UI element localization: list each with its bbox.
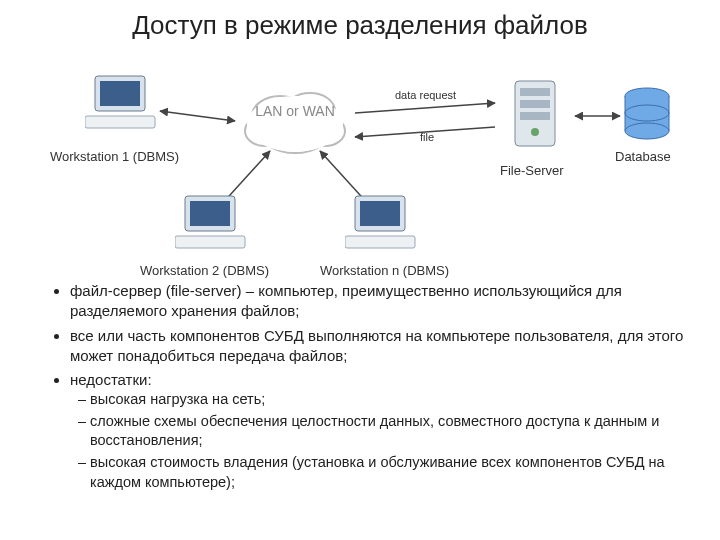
svg-rect-13 — [100, 81, 140, 106]
database-label: Database — [615, 149, 671, 164]
sub-bullet-item: высокая нагрузка на сеть; — [90, 390, 690, 410]
sub-bullet-item: сложные схемы обеспечения целостности да… — [90, 412, 690, 451]
workstation-icon — [175, 191, 255, 261]
bullet-label: недостатки: — [70, 371, 152, 388]
bullet-item: недостатки: высокая нагрузка на сеть; сл… — [70, 370, 690, 492]
cloud-label: LAN or WAN — [255, 103, 335, 119]
bullet-item: файл-сервер (file-server) – компьютер, п… — [70, 281, 690, 322]
page-title: Доступ в режиме разделения файлов — [0, 0, 720, 41]
workstation-icon — [85, 71, 165, 141]
svg-rect-22 — [520, 88, 550, 96]
link-request-label: data request — [395, 89, 456, 101]
svg-point-25 — [531, 128, 539, 136]
svg-line-9 — [355, 103, 495, 113]
sub-bullet-item: высокая стоимость владения (установка и … — [90, 453, 690, 492]
ws2-label: Workstation 2 (DBMS) — [140, 263, 269, 278]
svg-rect-17 — [175, 236, 245, 248]
svg-rect-24 — [520, 112, 550, 120]
svg-point-30 — [625, 123, 669, 139]
svg-rect-16 — [190, 201, 230, 226]
database-icon — [620, 86, 675, 146]
svg-rect-23 — [520, 100, 550, 108]
svg-rect-19 — [360, 201, 400, 226]
workstation-icon — [345, 191, 425, 261]
link-file-label: file — [420, 131, 434, 143]
wsn-label: Workstation n (DBMS) — [320, 263, 449, 278]
svg-rect-20 — [345, 236, 415, 248]
ws1-label: Workstation 1 (DBMS) — [50, 149, 179, 164]
bullets-block: файл-сервер (file-server) – компьютер, п… — [0, 281, 720, 492]
svg-rect-14 — [85, 116, 155, 128]
server-icon — [500, 76, 570, 161]
bullet-item: все или часть компонентов СУБД выполняют… — [70, 326, 690, 367]
diagram-container: Workstation 1 (DBMS) Workstation 2 (DBMS… — [0, 41, 720, 281]
svg-line-6 — [160, 111, 235, 121]
fileserver-label: File-Server — [500, 163, 564, 178]
